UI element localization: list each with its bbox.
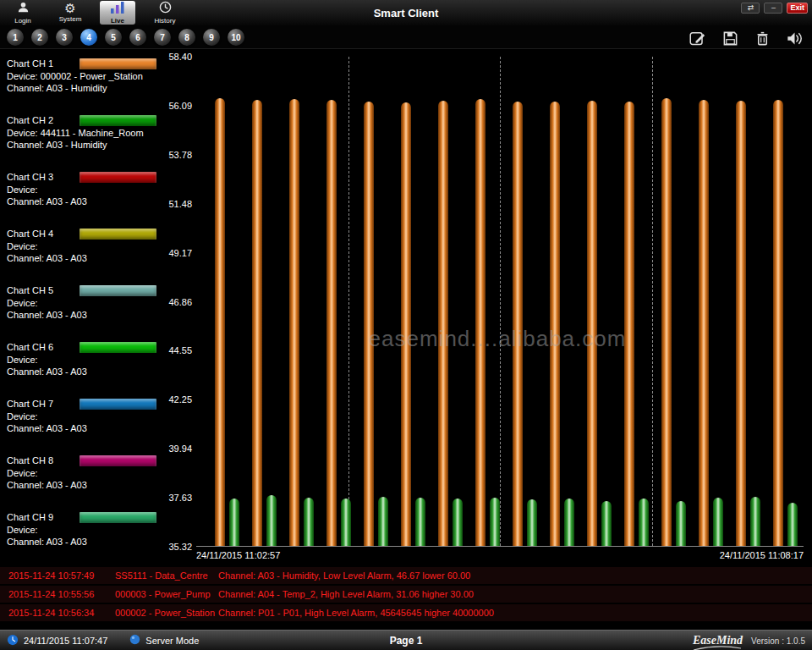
y-axis-tick: 51.48 [168, 199, 192, 209]
bar-ch2 [266, 495, 277, 546]
live-label: Live [111, 18, 124, 25]
server-mode-group: Server Mode [129, 634, 199, 647]
switch-icon: ⇄ [748, 2, 754, 14]
page-selector-row: 12345678910 [0, 25, 812, 49]
y-axis-tick: 37.63 [168, 493, 192, 503]
alarm-row[interactable]: 2015-11-24 10:55:56000003 - Power_PumpCh… [0, 586, 812, 603]
channel-entry[interactable]: Chart CH 5Device:Channel: A03 - A03 [7, 279, 156, 336]
clock-group: 24/11/2015 11:07:47 [7, 634, 107, 647]
history-clock-icon [159, 1, 172, 17]
bar-ch1 [401, 102, 411, 546]
minimize-button[interactable]: – [764, 3, 782, 14]
version-label: Version : 1.0.5 [751, 636, 805, 646]
bar-ch1 [587, 101, 597, 546]
alarm-list: 2015-11-24 10:57:49SS5111 - Data_CentreC… [0, 567, 812, 623]
page-button-10[interactable]: 10 [228, 29, 244, 46]
history-label: History [155, 18, 176, 25]
login-label: Login [14, 18, 31, 25]
channel-entry[interactable]: Chart CH 8Device:Channel: A03 - A03 [7, 449, 156, 506]
channel-channel: Channel: A03 - A03 [7, 310, 156, 320]
channel-channel: Channel: A03 - A03 [7, 196, 156, 207]
bar-ch2 [639, 499, 649, 546]
alarm-row[interactable]: 2015-11-24 10:56:34000002 - Power_Statio… [0, 604, 812, 621]
page-button-8[interactable]: 8 [178, 29, 195, 46]
login-button[interactable]: Login [5, 1, 41, 25]
page-button-3[interactable]: 3 [56, 29, 73, 46]
channel-entry[interactable]: Chart CH 2Device: 444111 - Machine_RoomC… [7, 109, 156, 166]
bar-ch2 [378, 497, 388, 546]
smart-client-window: Login ⚙ System Live History Smart Client [0, 0, 812, 650]
bar-ch2 [229, 499, 239, 546]
channel-color-swatch [80, 58, 156, 69]
clock-icon [7, 634, 19, 647]
gear-icon: ⚙ [64, 3, 75, 15]
channel-color-swatch [80, 172, 156, 183]
channel-title: Chart CH 8 [7, 455, 80, 465]
page-button-2[interactable]: 2 [31, 29, 48, 46]
channel-entry[interactable]: Chart CH 1Device: 000002 - Power _Statio… [7, 52, 156, 109]
channel-entry[interactable]: Chart CH 6Device:Channel: A03 - A03 [7, 336, 156, 393]
channel-title: Chart CH 4 [7, 229, 80, 239]
channel-color-swatch [80, 115, 156, 126]
channel-color-swatch [80, 285, 156, 296]
history-button[interactable]: History [147, 1, 183, 25]
status-bar: 24/11/2015 11:07:47 Server Mode Page 1 E… [0, 630, 812, 650]
alarm-message: Channel: P01 - P01, High Level Alarm, 45… [218, 608, 812, 618]
delete-button[interactable] [753, 29, 771, 47]
channel-title: Chart CH 2 [7, 115, 80, 125]
watermark-text: easemind....alibaba.com [369, 325, 627, 351]
switch-view-button[interactable]: ⇄ [741, 3, 760, 14]
exit-button[interactable]: Exit [787, 3, 808, 14]
page-button-1[interactable]: 1 [7, 29, 24, 46]
channel-title: Chart CH 3 [7, 172, 80, 182]
edit-button[interactable] [689, 29, 707, 47]
alarm-device: 000002 - Power_Station [115, 608, 218, 618]
channel-device: Device: [7, 525, 156, 535]
bar-ch1 [513, 102, 523, 546]
channel-device: Device: [7, 355, 156, 365]
channel-entry[interactable]: Chart CH 7Device:Channel: A03 - A03 [7, 393, 156, 449]
page-button-6[interactable]: 6 [129, 29, 146, 46]
channel-entry[interactable]: Chart CH 4Device:Channel: A03 - A03 [7, 223, 156, 279]
channel-channel: Channel: A03 - A03 [7, 480, 156, 490]
bar-ch1 [736, 101, 746, 546]
page-button-4[interactable]: 4 [80, 29, 97, 46]
channel-device: Device: 444111 - Machine_Room [7, 128, 156, 138]
page-button-5[interactable]: 5 [105, 29, 122, 46]
channel-channel: Channel: A03 - A03 [7, 537, 156, 547]
bar-ch2 [750, 497, 760, 546]
alarm-row[interactable]: 2015-11-24 10:57:49SS5111 - Data_CentreC… [0, 567, 812, 584]
channel-entry[interactable]: Chart CH 3Device:Channel: A03 - A03 [7, 166, 156, 223]
live-button[interactable]: Live [100, 1, 135, 25]
gridline [500, 57, 501, 546]
bar-ch2 [415, 498, 425, 546]
gridline [652, 57, 653, 546]
y-axis-tick: 58.40 [168, 52, 192, 62]
page-indicator: Page 1 [0, 635, 812, 647]
bar-ch2 [676, 501, 686, 546]
server-mode-label: Server Mode [145, 636, 199, 646]
page-button-7[interactable]: 7 [154, 29, 171, 46]
bar-ch1 [289, 99, 299, 546]
bar-ch1 [624, 102, 634, 546]
main-toolbar: Login ⚙ System Live History [5, 1, 183, 25]
bar-ch2 [601, 501, 612, 546]
bar-ch1 [252, 100, 262, 546]
channel-title: Chart CH 7 [7, 399, 80, 409]
bar-ch1 [438, 101, 448, 546]
system-label: System [59, 16, 82, 23]
y-axis-tick: 56.09 [168, 101, 192, 111]
bar-ch2 [564, 499, 574, 546]
system-button[interactable]: ⚙ System [52, 1, 88, 25]
channel-channel: Channel: A03 - Humidity [7, 140, 156, 150]
page-button-9[interactable]: 9 [203, 29, 220, 46]
bar-ch1 [550, 102, 560, 546]
live-view: Chart CH 1Device: 000002 - Power _Statio… [0, 49, 812, 565]
audio-alarm-button[interactable] [785, 29, 804, 47]
channel-device: Device: [7, 185, 156, 195]
x-axis-end-time: 24/11/2015 11:08:17 [720, 550, 804, 560]
channel-entry[interactable]: Chart CH 9Device:Channel: A03 - A03 [7, 506, 156, 563]
channel-list: Chart CH 1Device: 000002 - Power _Statio… [0, 49, 156, 565]
bar-ch1 [699, 100, 709, 546]
save-button[interactable] [721, 29, 739, 47]
